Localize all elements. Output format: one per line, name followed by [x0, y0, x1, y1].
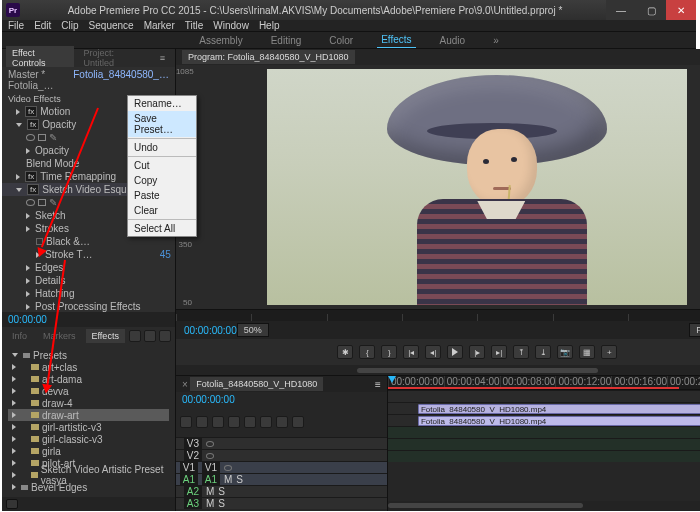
fx-type-icon[interactable] — [144, 330, 156, 342]
menu-undo[interactable]: Undo — [128, 140, 196, 155]
menu-help[interactable]: Help — [259, 20, 280, 31]
play-button[interactable] — [447, 345, 463, 359]
menu-paste[interactable]: Paste — [128, 188, 196, 203]
menu-rename[interactable]: Rename… — [128, 96, 196, 111]
expand-icon[interactable] — [26, 226, 30, 232]
export-frame-icon[interactable]: 📷 — [557, 345, 573, 359]
ec-clip-link[interactable]: Fotolia_84840580_… — [73, 69, 169, 91]
edges-prop[interactable]: Edges — [35, 262, 63, 273]
track-v1[interactable]: V1 — [202, 462, 220, 473]
program-scrollbar[interactable] — [176, 365, 700, 375]
zoom-select[interactable]: 50% — [237, 323, 269, 337]
sketch-prop[interactable]: Sketch — [35, 210, 66, 221]
expand-icon[interactable] — [26, 213, 30, 219]
stroke-t-prop[interactable]: Stroke T… — [45, 249, 93, 260]
track-row-v2[interactable]: Fotolia_84840580_V_HD1080.mp4 — [388, 402, 700, 414]
program-timecode-left[interactable]: 00:00:00:00 — [184, 325, 237, 336]
expand-icon[interactable] — [12, 460, 16, 466]
expand-icon[interactable] — [12, 424, 16, 430]
expand-icon[interactable] — [12, 436, 16, 442]
close-button[interactable]: ✕ — [666, 0, 696, 20]
mask-ellipse-icon[interactable] — [26, 199, 35, 206]
menu-title[interactable]: Title — [185, 20, 204, 31]
menu-cut[interactable]: Cut — [128, 158, 196, 173]
expand-icon[interactable] — [12, 484, 16, 490]
menu-file[interactable]: File — [8, 20, 24, 31]
button-editor-icon[interactable]: + — [601, 345, 617, 359]
preset-item-selected[interactable]: draw-art — [42, 410, 79, 421]
tab-program[interactable]: Program: Fotolia_84840580_V_HD1080 — [182, 50, 355, 64]
link-icon[interactable] — [196, 416, 208, 428]
lift-icon[interactable]: ⤒ — [513, 345, 529, 359]
timeline-timecode[interactable]: 00:00:00:00 — [176, 392, 387, 407]
strokes-prop[interactable]: Strokes — [35, 223, 69, 234]
expand-icon[interactable] — [12, 472, 16, 478]
preset-item[interactable]: girla — [42, 446, 61, 457]
tool-icon[interactable] — [260, 416, 272, 428]
clip-v2[interactable]: Fotolia_84840580_V_HD1080.mp4 — [418, 404, 700, 414]
track-row-a3[interactable] — [388, 450, 700, 462]
menu-clear[interactable]: Clear — [128, 203, 196, 218]
tab-sequence[interactable]: Fotolia_84840580_V_HD1080 — [190, 377, 323, 391]
snap-icon[interactable] — [180, 416, 192, 428]
expand-icon[interactable] — [12, 364, 16, 370]
expand-icon[interactable] — [12, 448, 16, 454]
minimize-button[interactable]: — — [606, 0, 636, 20]
opacity-effect[interactable]: Opacity — [42, 119, 76, 130]
tool-icon[interactable] — [276, 416, 288, 428]
program-ruler[interactable] — [176, 309, 700, 321]
source-v1[interactable]: V1 — [180, 462, 198, 473]
stroke-t-value[interactable]: 45 — [160, 249, 171, 260]
preset-item[interactable]: draw-4 — [42, 398, 73, 409]
menu-window[interactable]: Window — [213, 20, 249, 31]
fx-type-icon[interactable] — [159, 330, 171, 342]
workspace-effects[interactable]: Effects — [377, 32, 415, 48]
expand-icon[interactable] — [16, 123, 22, 127]
fx-badge-icon[interactable]: fx — [27, 119, 39, 130]
step-back-icon[interactable]: ◂| — [425, 345, 441, 359]
track-v3[interactable]: V3 — [184, 438, 202, 449]
workspace-overflow-icon[interactable]: » — [489, 33, 503, 48]
fx-badge-icon[interactable]: fx — [25, 106, 37, 117]
expand-icon[interactable] — [12, 376, 16, 382]
post-processing-prop[interactable]: Post Processing Effects — [35, 301, 140, 312]
settings-icon[interactable] — [228, 416, 240, 428]
menu-edit[interactable]: Edit — [34, 20, 51, 31]
workspace-audio[interactable]: Audio — [436, 33, 470, 48]
toggle-track-icon[interactable] — [224, 465, 232, 471]
track-a1[interactable]: A1 — [202, 474, 220, 485]
workspace-color[interactable]: Color — [325, 33, 357, 48]
panel-menu-icon[interactable]: ≡ — [154, 51, 171, 65]
add-marker-icon[interactable]: ✱ — [337, 345, 353, 359]
menu-marker[interactable]: Marker — [144, 20, 175, 31]
hatching-prop[interactable]: Hatching — [35, 288, 74, 299]
tool-icon[interactable] — [292, 416, 304, 428]
tab-markers[interactable]: Markers — [37, 329, 82, 343]
track-row-a1[interactable] — [388, 426, 700, 438]
track-a3[interactable]: A3 — [184, 498, 202, 509]
playhead-icon[interactable] — [388, 376, 396, 383]
expand-icon[interactable] — [26, 265, 30, 271]
expand-icon[interactable] — [16, 109, 20, 115]
black-prop[interactable]: Black &… — [46, 236, 90, 247]
track-row-a2[interactable] — [388, 438, 700, 450]
tool-icon[interactable] — [244, 416, 256, 428]
preset-item[interactable]: girl-classic-v3 — [42, 434, 103, 445]
menu-copy[interactable]: Copy — [128, 173, 196, 188]
toggle-track-icon[interactable] — [206, 441, 214, 447]
resolution-select[interactable]: Full — [689, 323, 700, 337]
track-a2[interactable]: A2 — [184, 486, 202, 497]
mask-ellipse-icon[interactable] — [26, 134, 35, 141]
timeline-ruler[interactable]: 00:00:00:0000:00:04:0000:00:08:0000:00:1… — [388, 376, 700, 390]
panel-menu-icon[interactable]: ≡ — [375, 379, 381, 390]
workspace-editing[interactable]: Editing — [267, 33, 306, 48]
go-to-out-icon[interactable]: ▸| — [491, 345, 507, 359]
menu-save-preset[interactable]: Save Preset… — [128, 111, 196, 137]
tab-info[interactable]: Info — [6, 329, 33, 343]
go-to-in-icon[interactable]: |◂ — [403, 345, 419, 359]
menu-clip[interactable]: Clip — [61, 20, 78, 31]
marker-icon[interactable] — [212, 416, 224, 428]
fx-type-icon[interactable] — [129, 330, 141, 342]
track-row-v1[interactable]: Fotolia_84840580_V_HD1080.mp4 — [388, 414, 700, 426]
toggle-track-icon[interactable] — [206, 453, 214, 459]
